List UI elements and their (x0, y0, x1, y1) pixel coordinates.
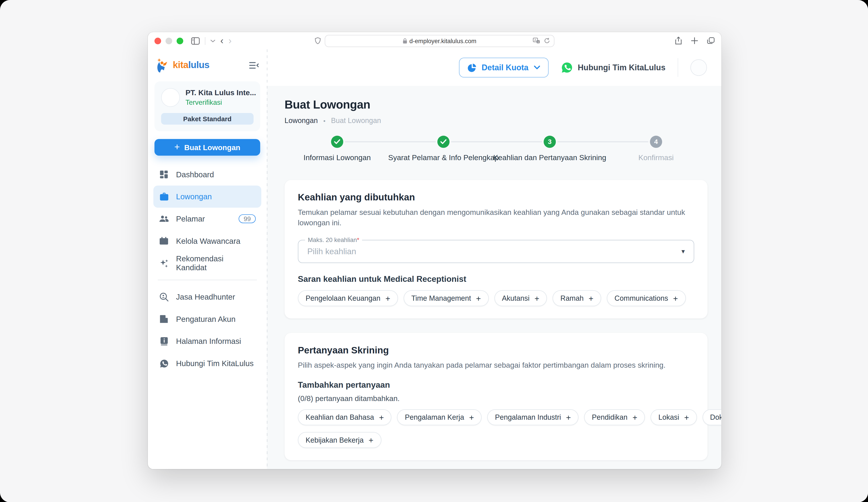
new-tab-icon[interactable] (691, 37, 698, 44)
user-avatar[interactable] (690, 59, 707, 76)
company-card[interactable]: PT. Kita Lulus Inte... Terverifikasi Pak… (155, 81, 260, 131)
screening-chip[interactable]: Keahlian dan Bahasa+ (298, 409, 392, 425)
app-header: Detail Kuota Hubungi Tim KitaLu (267, 49, 721, 86)
stage: ‹ › d-employer.kitalulus.com (0, 0, 868, 502)
skills-card-title: Keahlian yang dibutuhkan (298, 192, 694, 203)
briefcase-icon (159, 192, 169, 202)
back-button[interactable]: ‹ (220, 36, 224, 45)
sidebar: kitalulus PT. Kita Lulus Inte... Terveri… (148, 49, 267, 469)
info-book-icon (159, 336, 169, 346)
sidebar-item-pengaturan-akun[interactable]: Pengaturan Akun (153, 308, 261, 330)
sidebar-divider (158, 279, 257, 280)
screening-card: Pertanyaan Skrining Pilih aspek-aspek ya… (285, 333, 707, 460)
contact-team-link[interactable]: Hubungi Tim KitaLulus (560, 61, 665, 74)
sidebar-item-hubungi-tim[interactable]: Hubungi Tim KitaLulus (153, 352, 261, 375)
quota-detail-button[interactable]: Detail Kuota (459, 58, 548, 78)
pie-chart-icon (467, 63, 477, 72)
forward-button[interactable]: › (229, 36, 232, 45)
sidebar-nav: Dashboard Lowongan (153, 163, 261, 375)
applicants-icon (159, 214, 169, 224)
screening-chip[interactable]: Dokumen/Sertifikat+ (702, 409, 722, 425)
screening-chip[interactable]: Pengalaman Industri+ (487, 409, 579, 425)
skills-card: Keahlian yang dibutuhkan Temukan pelamar… (285, 180, 707, 318)
reload-icon[interactable] (544, 38, 550, 44)
plus-icon: + (476, 294, 481, 302)
header-divider (678, 58, 678, 77)
plus-icon: + (535, 294, 539, 302)
sparkles-icon (159, 258, 169, 268)
skill-chip[interactable]: Communications+ (607, 290, 686, 306)
plus-icon: + (673, 294, 678, 302)
skill-chip[interactable]: Time Management+ (404, 290, 489, 306)
plus-icon: + (632, 413, 638, 421)
plus-icon: + (589, 294, 593, 302)
caret-down-icon: ▾ (681, 247, 685, 255)
screening-chip[interactable]: Pengalaman Kerja+ (397, 409, 482, 425)
screening-chip[interactable]: Kebijakan Bekerja+ (298, 432, 381, 448)
step-4-number: 4 (650, 136, 662, 148)
browser-window: ‹ › d-employer.kitalulus.com (148, 32, 722, 469)
plus-icon: + (379, 413, 384, 421)
sidebar-item-dashboard[interactable]: Dashboard (153, 163, 261, 186)
browser-toolbar: ‹ › d-employer.kitalulus.com (148, 32, 722, 49)
chevron-down-icon (534, 65, 540, 70)
kitalulus-logo-icon (156, 57, 170, 74)
step-connector (451, 141, 542, 142)
skills-select-placeholder: Pilih keahlian (307, 247, 356, 256)
create-job-button[interactable]: + Buat Lowongan (155, 139, 260, 156)
company-verified-status: Terverifikasi (185, 99, 256, 106)
page-title: Buat Lowongan (285, 98, 722, 111)
plan-badge: Paket Standard (161, 113, 254, 125)
zoom-window-button[interactable] (177, 37, 183, 44)
step-3-number: 3 (544, 136, 556, 148)
breadcrumb-lowongan[interactable]: Lowongan (285, 116, 318, 125)
sidebar-main-dashed-divider (267, 49, 267, 469)
skills-select[interactable]: Maks. 20 keahlian* Pilih keahlian ▾ (298, 240, 694, 263)
sidebar-item-lowongan[interactable]: Lowongan (153, 185, 261, 208)
skill-chip[interactable]: Akutansi+ (494, 290, 547, 306)
share-icon[interactable] (675, 37, 682, 45)
question-counter: (0/8) pertanyaan ditambahkan. (298, 394, 694, 402)
kitalulus-logo-text: kitalulus (173, 60, 209, 71)
toolbar-divider (205, 37, 205, 45)
svg-text:A: A (534, 38, 537, 42)
company-name: PT. Kita Lulus Inte... (185, 89, 256, 97)
screening-chip[interactable]: Pendidikan+ (584, 409, 645, 425)
screening-chips-row2: Kebijakan Bekerja+ (298, 432, 694, 448)
privacy-shield-icon[interactable] (315, 37, 321, 44)
minimize-window-button[interactable] (166, 37, 172, 44)
plus-icon: + (174, 142, 180, 152)
skills-suggestions-title: Saran keahlian untuk Medical Receptionis… (298, 274, 694, 283)
breadcrumb: Lowongan • Buat Lowongan (285, 116, 722, 125)
sidebar-item-kelola-wawancara[interactable]: Kelola Wawancara (153, 230, 261, 252)
step-connector (557, 141, 648, 142)
traffic-lights (155, 37, 183, 44)
screening-chip[interactable]: Lokasi+ (651, 409, 697, 425)
sidebar-toggle-icon[interactable] (191, 37, 200, 45)
plus-icon: + (469, 413, 474, 421)
screening-chips-row1: Keahlian dan Bahasa+ Pengalaman Kerja+ P… (298, 409, 694, 425)
plus-icon: + (369, 436, 373, 444)
chevron-down-icon[interactable] (210, 39, 215, 42)
sidebar-item-rekomendasi-kandidat[interactable]: Rekomendasi Kandidat (153, 252, 261, 274)
add-question-title: Tambahkan pertanyaan (298, 380, 694, 389)
url-text: d-employer.kitalulus.com (409, 37, 476, 44)
sidebar-item-pelamar[interactable]: Pelamar 99 (153, 208, 261, 230)
sidebar-item-jasa-headhunter[interactable]: Jasa Headhunter (153, 286, 261, 308)
step-connector (345, 141, 436, 142)
step-2-check-icon (437, 136, 450, 148)
whatsapp-icon-gray (159, 358, 169, 368)
screening-card-title: Pertanyaan Skrining (298, 345, 694, 356)
sidebar-collapse-icon[interactable] (249, 61, 259, 69)
close-window-button[interactable] (155, 37, 161, 44)
skill-chip[interactable]: Ramah+ (553, 290, 601, 306)
skills-suggestion-chips: Pengelolaan Keuangan+ Time Management+ A… (298, 290, 694, 306)
building-icon (159, 314, 169, 324)
translate-icon[interactable]: A a (533, 38, 540, 44)
sidebar-item-halaman-informasi[interactable]: Halaman Informasi (153, 330, 261, 352)
company-avatar (161, 88, 180, 107)
url-bar[interactable]: d-employer.kitalulus.com A a (324, 35, 554, 47)
tab-overview-icon[interactable] (707, 37, 715, 44)
stepper: Informasi Lowongan Syarat Pelamar & Info… (285, 136, 707, 168)
skill-chip[interactable]: Pengelolaan Keuangan+ (298, 290, 398, 306)
